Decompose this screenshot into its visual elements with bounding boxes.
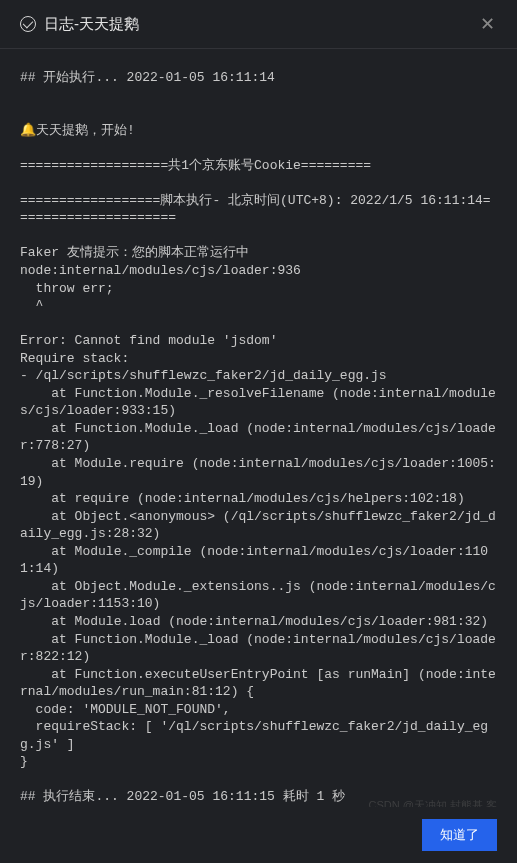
log-error: Error: Cannot find module 'jsdom' (20, 333, 277, 348)
log-stack1: at Function.Module._resolveFilename (nod… (20, 386, 496, 419)
log-hint: Faker 友情提示：您的脚本正常运行中 (20, 245, 249, 260)
log-caret: ^ (20, 298, 43, 313)
log-start: ## 开始执行... 2022-01-05 16:11:14 (20, 70, 275, 85)
close-icon[interactable]: ✕ (477, 14, 497, 34)
log-sep2: ==================脚本执行- 北京时间(UTC+8): 202… (20, 193, 491, 226)
log-stack5: at Object.<anonymous> (/ql/scripts/shuff… (20, 509, 496, 542)
log-sep1: ===================共1个京东账号Cookie========… (20, 158, 371, 173)
header-left: 日志-天天提鹅 (20, 15, 139, 34)
bell-icon: 🔔 (20, 123, 36, 138)
modal-footer: 知道了 (0, 807, 517, 863)
log-stack9: at Function.Module._load (node:internal/… (20, 632, 496, 665)
log-stack8: at Module.load (node:internal/modules/cj… (20, 614, 488, 629)
log-code: code: 'MODULE_NOT_FOUND', (20, 702, 231, 717)
log-throw: throw err; (20, 281, 114, 296)
log-stack2: at Function.Module._load (node:internal/… (20, 421, 496, 454)
log-brace: } (20, 754, 28, 769)
log-stack7: at Object.Module._extensions..js (node:i… (20, 579, 496, 612)
log-stack3: at Module.require (node:internal/modules… (20, 456, 496, 489)
modal-header: 日志-天天提鹅 ✕ (0, 0, 517, 49)
log-require: Require stack: (20, 351, 129, 366)
log-stack0: - /ql/scripts/shufflewzc_faker2/jd_daily… (20, 368, 387, 383)
check-circle-icon (20, 16, 36, 32)
modal-title: 日志-天天提鹅 (44, 15, 139, 34)
log-stack4: at require (node:internal/modules/cjs/he… (20, 491, 465, 506)
ok-button[interactable]: 知道了 (422, 819, 497, 851)
log-content: ## 开始执行... 2022-01-05 16:11:14 🔔天天提鹅，开始!… (0, 49, 517, 826)
log-start-msg: 天天提鹅，开始! (36, 123, 135, 138)
log-stack6: at Module._compile (node:internal/module… (20, 544, 488, 577)
log-reqstack: requireStack: [ '/ql/scripts/shufflewzc_… (20, 719, 488, 752)
log-node1: node:internal/modules/cjs/loader:936 (20, 263, 301, 278)
log-end: ## 执行结束... 2022-01-05 16:11:15 耗时 1 秒 (20, 789, 345, 804)
log-stack10: at Function.executeUserEntryPoint [as ru… (20, 667, 496, 700)
